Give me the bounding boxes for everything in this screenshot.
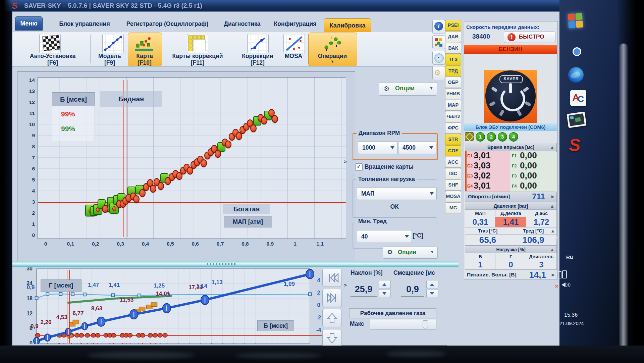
toolbar-button-7[interactable]: Операции	[309, 53, 356, 60]
windows-logo-icon[interactable]	[568, 13, 584, 29]
palette-icon[interactable]	[432, 35, 445, 49]
max-input[interactable]	[370, 319, 436, 330]
injection-gas-value: 0,00	[520, 160, 537, 171]
side-tab-фрс[interactable]: ФРС	[445, 122, 461, 134]
ecu-status-bar: Блок ЭБУ подключен (COM6)	[464, 123, 557, 131]
side-tab-+бенз[interactable]: +БЕНЗ	[445, 111, 461, 122]
ecu-button-4[interactable]: 4	[509, 132, 518, 142]
offset-spinner[interactable]	[426, 280, 438, 298]
side-tab-shf[interactable]: SHF	[445, 179, 461, 191]
options-button-top[interactable]: ⚙ Опции ▼	[379, 82, 437, 96]
photos-icon[interactable]	[567, 111, 586, 128]
map-point-marker[interactable]	[150, 185, 156, 193]
side-tab-мс[interactable]: МС	[445, 202, 461, 213]
saver-power-dial[interactable]: SAVER	[485, 70, 536, 121]
model-chart-icon	[102, 34, 124, 53]
menu-item-diagnostics[interactable]: Диагностика	[220, 18, 264, 30]
toolbar-button-6[interactable]: MOSA	[283, 53, 304, 60]
saver-s-icon[interactable]: S	[569, 135, 585, 153]
injection-petrol-label: Б2	[467, 163, 473, 168]
chart-splitter[interactable]	[12, 261, 459, 267]
cylinder-set-icon[interactable]	[465, 132, 474, 141]
gauge-icon[interactable]	[432, 51, 445, 65]
map-point-marker[interactable]	[225, 141, 231, 148]
map-point-marker[interactable]	[272, 115, 278, 123]
toolbar-button-4[interactable]: Карты коррекций	[164, 53, 231, 60]
side-tab-str[interactable]: STR	[445, 134, 461, 145]
injection-gas-value: 0,00	[520, 170, 537, 181]
collapse-arrow-bottom[interactable]: >	[344, 282, 347, 288]
rotate-map-checkbox[interactable]: ✓	[355, 163, 363, 171]
toolbar-button-2[interactable]: Модель	[94, 53, 126, 60]
side-tab-psei[interactable]: PSEi	[445, 20, 461, 31]
info-icon[interactable]: i	[432, 20, 445, 34]
side-tab-тгз[interactable]: ТГЗ	[445, 54, 461, 65]
options-button-bottom[interactable]: ⚙ Опции ▼	[383, 247, 438, 259]
arrow-up-icon	[323, 322, 341, 328]
side-tab-isc[interactable]: ISC	[445, 168, 461, 179]
speaker-icon[interactable]	[561, 282, 566, 287]
arrow-up-button[interactable]	[322, 309, 342, 327]
side-tab-унив[interactable]: УНИВ	[445, 88, 461, 99]
side-tab-трд[interactable]: ТРД	[445, 65, 461, 76]
y-axis-label: 8	[25, 144, 35, 150]
tray-arrow-icon[interactable]: ◀	[554, 235, 557, 240]
map-cell-dot	[112, 206, 116, 211]
chrome-icon[interactable]	[568, 43, 584, 58]
min-tred-dropdown[interactable]: 40	[357, 230, 412, 243]
side-tab-cof[interactable]: COF	[445, 145, 461, 156]
edge-icon[interactable]	[568, 67, 584, 83]
slider-thumb[interactable]	[423, 320, 428, 328]
map-point-marker[interactable]	[261, 117, 267, 124]
menu-item-configuration[interactable]: Конфигурация	[270, 18, 320, 30]
menu-item-recorder[interactable]: Регистратор (Осциллограф)	[120, 18, 214, 30]
menu-button[interactable]: Меню	[15, 16, 43, 31]
voltage-label: Питание. Вольт. [В]	[467, 272, 517, 278]
toolbar-button-3[interactable]: Карта	[129, 53, 160, 60]
lang-indicator[interactable]: RU	[566, 254, 574, 260]
load-col-0: Б	[465, 253, 496, 260]
skip-forward-button[interactable]	[322, 289, 342, 307]
side-tab-map[interactable]: MAP	[445, 100, 461, 111]
map-point-marker[interactable]	[158, 182, 164, 190]
map-point-marker[interactable]	[133, 195, 140, 203]
map-point-marker[interactable]	[215, 150, 221, 158]
map-chart-plot[interactable]: Б [мсек]99%99%БеднаяБогатаяМАП [атм]	[38, 77, 346, 239]
rpm-from-dropdown[interactable]: 1000	[358, 141, 397, 154]
ok-button[interactable]: ОК	[353, 203, 436, 210]
side-tab-обр[interactable]: ОБР	[445, 77, 461, 88]
slope-spinner[interactable]	[379, 280, 391, 298]
arrow-down-button[interactable]	[322, 329, 342, 347]
ecu-button-2[interactable]: 2	[487, 132, 496, 142]
ecu-button-1[interactable]: 1	[476, 132, 485, 142]
menu-item-control-unit[interactable]: Блок управления	[56, 18, 113, 30]
side-tab-вак[interactable]: ВАК	[445, 43, 461, 54]
map-point-marker[interactable]	[201, 159, 207, 167]
toolbar-key-2: [F9]	[94, 59, 126, 66]
ac-app-icon[interactable]: A C	[570, 90, 586, 106]
ecu-button-3[interactable]: 3	[498, 132, 507, 142]
collapse-arrow-top[interactable]: >	[344, 159, 347, 164]
fast-button[interactable]: ! БЫСТРО	[504, 32, 555, 43]
gas-time-chart[interactable]: 0612182430420-2-401234567891011121314151…	[17, 267, 355, 344]
map-point-marker[interactable]	[102, 205, 108, 213]
side-tab-дав[interactable]: ДАВ	[445, 31, 461, 42]
toolbar-button-5[interactable]: Коррекции	[236, 53, 279, 60]
legend-box: 99%99%	[52, 106, 95, 141]
load-header: Нагрузка [%]▲	[465, 246, 557, 254]
side-tab-mosa[interactable]: MOSA	[445, 191, 461, 202]
pressure-header: Давление [bar]▲	[465, 202, 557, 210]
side-tab-acc[interactable]: ACC	[445, 157, 461, 168]
toolbar-button-1[interactable]: Авто-Установка	[20, 53, 85, 60]
offset-value[interactable]: 0,9	[401, 282, 424, 297]
slope-value[interactable]: 25,9	[351, 282, 377, 297]
map-point-marker[interactable]	[250, 124, 257, 132]
tab-calibration[interactable]: Калибровка	[324, 18, 371, 33]
monitor-bezel-left	[0, 0, 12, 346]
settings-gear-icon[interactable]: ⚙	[432, 66, 445, 80]
rpm-to-dropdown[interactable]: 4500	[398, 141, 436, 154]
fuel-load-dropdown[interactable]: МАП	[357, 187, 437, 200]
y-axis-label: 3	[25, 199, 35, 205]
skip-back-button[interactable]	[322, 269, 342, 287]
zone-label-lean: Бедная	[100, 91, 162, 107]
